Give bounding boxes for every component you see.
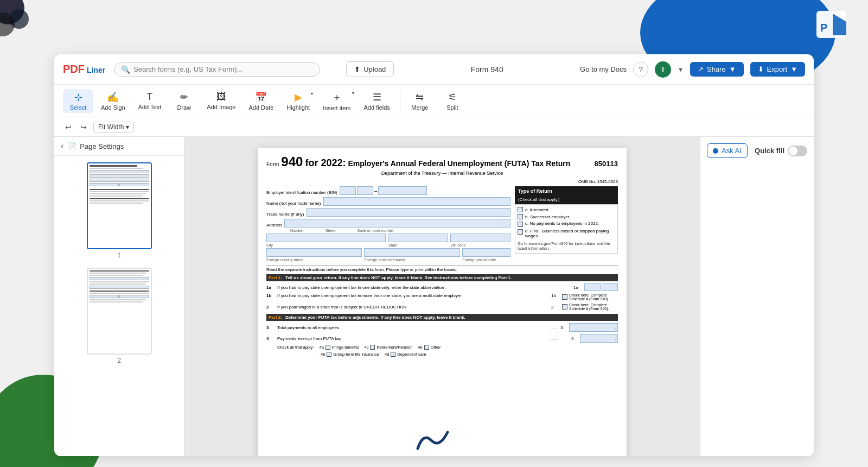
check-all-row-2: 4b Group-term life insurance 4d Dependen… (266, 352, 618, 357)
logo-text: PDF Liner (63, 63, 105, 75)
check-4b[interactable] (327, 352, 331, 357)
check-4c[interactable] (370, 345, 375, 350)
name-input[interactable] (323, 197, 511, 206)
line1a-field1[interactable] (584, 283, 601, 291)
check-amended[interactable] (518, 207, 523, 212)
check-no-payments[interactable] (518, 222, 523, 227)
line1a-ref: 1a (573, 285, 584, 290)
add-date-button[interactable]: 📅 Add Date (243, 89, 279, 113)
page-1-number: 1 (117, 251, 121, 259)
page-settings-button[interactable]: 📄 Page Settings (68, 142, 124, 150)
check4b-ref: 4b (321, 352, 325, 357)
type-of-return-title: Type of Return (515, 186, 618, 196)
sidebar-pages: 1 (54, 156, 184, 456)
line1a-text: If you had to pay state unemployment tax… (277, 285, 573, 290)
add-text-button[interactable]: T Add Text (133, 89, 167, 112)
sidebar: ‹ 📄 Page Settings (54, 137, 184, 456)
share-button[interactable]: ↗ Share ▼ (690, 62, 744, 77)
check4d-ref: 4d (385, 352, 389, 357)
address-input[interactable] (284, 219, 510, 228)
avatar-dropdown-icon[interactable]: ▼ (678, 66, 684, 73)
search-input[interactable] (133, 65, 313, 73)
state-input[interactable] (388, 234, 448, 242)
topbar-right: Go to my Docs ? I ▼ ↗ Share ▼ ⬇ Export ▼ (580, 61, 805, 78)
line4-field[interactable]: . (580, 334, 618, 343)
check-successor[interactable] (518, 214, 523, 219)
check-4a[interactable] (326, 345, 330, 350)
export-button[interactable]: ⬇ Export ▼ (750, 62, 805, 77)
page-thumb-1[interactable]: 1 (87, 162, 152, 259)
select-tool-button[interactable]: ⊹ Select (63, 89, 93, 113)
line2-checkbox[interactable] (562, 304, 567, 310)
help-button[interactable]: ? (633, 62, 648, 77)
city-input[interactable] (266, 234, 386, 242)
line-2: 2 If you paid wages in a state that is s… (266, 303, 618, 311)
document-view[interactable]: Form 940 for 2022: Employer's Annual Fed… (184, 137, 700, 456)
page-settings-icon: 📄 (68, 142, 76, 150)
form-description: Employer's Annual Federal Unemployment (… (348, 159, 592, 168)
line1a-field2[interactable] (602, 283, 618, 291)
check-final[interactable] (518, 229, 523, 235)
foreign-postal-input[interactable] (462, 248, 510, 257)
draw-button[interactable]: ✏ Draw (169, 89, 199, 113)
line4-ref: 4 (571, 336, 580, 341)
svg-text:P: P (820, 22, 827, 34)
check-amended-label: a. Amended (525, 207, 548, 212)
zip-input[interactable] (450, 234, 510, 242)
foreign-province-input[interactable] (364, 248, 459, 257)
line4-text: Payments exempt from FUTA tax (277, 336, 550, 341)
line3-text: Total payments to all employees (277, 325, 550, 330)
go-to-my-docs-button[interactable]: Go to my Docs (580, 65, 627, 73)
check-4d[interactable] (391, 352, 395, 357)
line2-text: If you paid wages in a state that is sub… (277, 305, 551, 310)
quick-fill-toggle[interactable] (788, 146, 807, 156)
foreign-province-sublabel: Foreign province/county (365, 258, 461, 262)
form-subtitle: Department of the Treasury — Internal Re… (266, 171, 618, 176)
check-final-label: d. Final: Business closed or stopped pay… (525, 229, 615, 238)
highlight-button[interactable]: ▶ Highlight ▾ (281, 89, 315, 113)
line4-num: 4 (266, 336, 277, 341)
ein-box-2[interactable] (357, 186, 373, 195)
check-4e[interactable] (424, 345, 429, 350)
check4b-label: Group-term life insurance (333, 352, 379, 357)
select-icon: ⊹ (74, 91, 82, 103)
undo-button[interactable]: ↩ (63, 122, 74, 132)
sidebar-toggle-button[interactable]: ‹ (61, 141, 63, 151)
form-omb: 850113 (595, 160, 618, 168)
foreign-country-input[interactable] (266, 248, 362, 257)
name-label: Name (not your trade name) (266, 201, 321, 206)
page-thumb-2[interactable]: 2 (87, 268, 152, 364)
line3-field[interactable]: . (569, 323, 618, 332)
split-icon: ⚟ (448, 91, 457, 103)
insert-item-button[interactable]: ＋ Insert item ▾ (317, 89, 356, 113)
toolbar: ⊹ Select ✍ Add Sign T Add Text ✏ Draw 🖼 … (54, 85, 814, 117)
upload-button[interactable]: ⬆ Upload (346, 61, 394, 77)
line1b-checkbox[interactable] (562, 294, 567, 300)
squiggle-decoration (412, 421, 456, 456)
ein-box-1[interactable] (340, 186, 356, 195)
merge-button[interactable]: ⇋ Merge (405, 89, 435, 113)
add-fields-button[interactable]: ☰ Add fields (359, 89, 395, 113)
search-icon: 🔍 (121, 65, 130, 74)
ask-ai-button[interactable]: Ask AI (707, 143, 748, 158)
trade-name-input[interactable] (307, 208, 510, 217)
form-title: Form 940 (471, 65, 503, 74)
add-sign-button[interactable]: ✍ Add Sign (95, 89, 131, 113)
add-image-icon: 🖼 (216, 91, 226, 103)
ein-box-3[interactable] (378, 186, 427, 195)
line1b-num: 1b (266, 293, 277, 298)
page-thumb-img-1 (87, 162, 152, 249)
redo-button[interactable]: ↪ (78, 122, 89, 132)
highlight-icon: ▶ (295, 91, 302, 103)
insert-dropdown-icon: ▾ (352, 91, 354, 96)
form-pre-label: Form (266, 161, 279, 167)
form-year: for 2022: (305, 157, 346, 169)
line1b-text: If you had to pay state unemployment tax… (277, 293, 551, 298)
avatar: I (655, 61, 671, 78)
check4c-label: Retirement/Pension (376, 345, 412, 350)
add-image-button[interactable]: 🖼 Add Image (201, 89, 241, 112)
split-button[interactable]: ⚟ Split (437, 89, 468, 113)
trade-name-label: Trade name (if any) (266, 212, 304, 217)
fit-width-button[interactable]: Fit Width ▾ (93, 122, 134, 132)
line1b-ref: 1b (551, 293, 562, 298)
